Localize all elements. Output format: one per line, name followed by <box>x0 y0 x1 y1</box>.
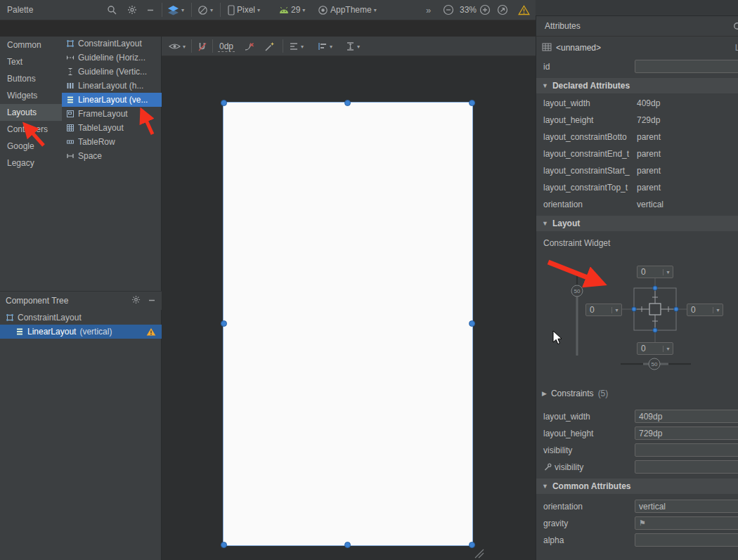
design-surface-selector[interactable]: ▾ <box>167 0 184 20</box>
section-common-attributes[interactable]: ▼ Common Attributes <box>536 478 738 494</box>
attr-value[interactable]: parent <box>637 183 661 193</box>
autoconnect-toggle[interactable] <box>197 37 207 56</box>
component-tree-settings-button[interactable] <box>131 295 141 306</box>
horizontal-bias-badge[interactable]: 50 <box>652 361 658 367</box>
selection-handle-top-center[interactable] <box>344 100 351 106</box>
section-title: Common Attributes <box>552 481 631 491</box>
layout-warnings-button[interactable] <box>518 0 530 20</box>
selection-handle-bottom-left[interactable] <box>221 542 227 548</box>
palette-settings-button[interactable] <box>127 0 137 20</box>
constraints-group[interactable]: ▶ Constraints (5) <box>536 386 738 401</box>
attr-value[interactable]: parent <box>637 132 661 142</box>
alpha-input[interactable] <box>635 533 738 547</box>
attr-value[interactable]: parent <box>637 166 661 176</box>
design-surface[interactable] <box>162 56 536 560</box>
category-buttons[interactable]: Buttons <box>0 70 62 87</box>
palette-hide-button[interactable] <box>146 0 155 20</box>
declared-row[interactable]: layout_height 729dp <box>536 112 738 129</box>
tools-visibility-input[interactable] <box>635 460 738 474</box>
category-containers[interactable]: Containers <box>0 121 62 138</box>
declared-row[interactable]: layout_width 409dp <box>536 95 738 112</box>
vertical-bias-badge[interactable]: 50 <box>574 288 581 294</box>
component-tree-hide-button[interactable] <box>148 296 156 306</box>
margin-value: 0 <box>637 344 663 353</box>
margin-value: 0 <box>687 305 713 315</box>
magic-wand-icon <box>264 41 276 52</box>
zoom-out-button[interactable] <box>443 0 454 20</box>
tablelayout-icon <box>66 124 75 132</box>
section-layout[interactable]: ▼ Layout <box>536 216 738 231</box>
search-icon[interactable] <box>733 22 738 32</box>
category-google[interactable]: Google <box>0 138 62 155</box>
device-artboard[interactable] <box>224 103 472 545</box>
theme-selector[interactable]: AppTheme ▾ <box>318 0 377 20</box>
pack-selector[interactable]: ▾ <box>289 37 304 56</box>
category-legacy[interactable]: Legacy <box>0 155 62 171</box>
attr-value[interactable]: 409dp <box>637 98 660 108</box>
palette-item-tablelayout[interactable]: TableLayout <box>62 121 162 135</box>
palette-item-space[interactable]: Space <box>62 149 162 163</box>
infer-constraints-button[interactable] <box>264 37 276 56</box>
palette-item-linearlayout-horizontal[interactable]: LinearLayout (h... <box>62 79 162 93</box>
attr-value[interactable]: vertical <box>637 200 663 209</box>
palette-item-tablerow[interactable]: TableRow <box>62 135 162 149</box>
declared-row[interactable]: orientation vertical <box>536 196 738 213</box>
zoom-to-fit-button[interactable] <box>497 0 508 20</box>
selection-handle-left-center[interactable] <box>221 320 227 327</box>
component-tree-title: Component Tree <box>6 296 68 306</box>
id-input[interactable] <box>635 60 738 73</box>
selection-handle-right-center[interactable] <box>469 320 475 327</box>
visibility-input[interactable] <box>635 443 738 457</box>
margin-right-dropdown[interactable]: 0 ▾ <box>687 304 723 316</box>
selection-handle-bottom-center[interactable] <box>344 542 351 548</box>
palette-search-button[interactable] <box>107 0 117 20</box>
palette-item-linearlayout-vertical[interactable]: LinearLayout (ve... <box>62 93 162 107</box>
attr-name: layout_constraintTop_t <box>543 183 628 193</box>
zoom-level[interactable]: 33% <box>460 0 477 20</box>
zoom-in-button[interactable] <box>479 0 491 20</box>
category-common[interactable]: Common <box>0 37 62 53</box>
margin-top-dropdown[interactable]: 0 ▾ <box>637 266 673 278</box>
tree-item-linearlayout-vertical[interactable]: LinearLayout (vertical) <box>0 325 162 339</box>
palette-item-label: Space <box>78 151 102 161</box>
margin-bottom-dropdown[interactable]: 0 ▾ <box>637 342 673 355</box>
category-layouts[interactable]: Layouts <box>0 104 62 121</box>
align-selector[interactable]: ▾ <box>318 37 332 56</box>
design-blueprint-icon <box>198 5 208 15</box>
palette-item-guideline-vertical[interactable]: Guideline (Vertic... <box>62 65 162 79</box>
declared-row[interactable]: layout_constraintEnd_t parent <box>536 145 738 162</box>
palette-item-framelayout[interactable]: FrameLayout <box>62 107 162 121</box>
section-declared-attributes[interactable]: ▼ Declared Attributes <box>536 78 738 93</box>
selection-handle-top-right[interactable] <box>469 100 475 106</box>
api-selector[interactable]: 29 ▾ <box>279 0 305 20</box>
clear-constraints-button[interactable] <box>243 37 255 56</box>
category-widgets[interactable]: Widgets <box>0 87 62 104</box>
layout-width-input[interactable]: 409dp <box>635 410 738 423</box>
palette-item-constraintlayout[interactable]: ConstraintLayout <box>62 37 162 51</box>
attr-value[interactable]: 729dp <box>637 115 660 125</box>
toolbar-overflow-button[interactable]: » <box>426 0 431 20</box>
zoom-in-icon <box>479 4 491 15</box>
blueprint-mode-selector[interactable]: ▾ <box>198 0 213 20</box>
canvas-resize-grip[interactable] <box>474 548 485 559</box>
view-options-button[interactable]: ▾ <box>169 37 186 56</box>
default-margin-selector[interactable]: 0dp <box>218 37 235 56</box>
guidelines-selector[interactable]: ▾ <box>346 37 360 56</box>
constraintlayout-icon <box>6 313 14 322</box>
selection-handle-top-left[interactable] <box>221 100 227 106</box>
warning-badge[interactable] <box>146 327 156 336</box>
orientation-input[interactable]: vertical <box>635 500 738 513</box>
gravity-input[interactable]: ⚑ <box>635 516 738 530</box>
section-closed-icon: ▶ <box>542 390 547 397</box>
declared-row[interactable]: layout_constraintTop_t parent <box>536 179 738 196</box>
declared-row[interactable]: layout_constraintStart_ parent <box>536 162 738 179</box>
margin-left-dropdown[interactable]: 0 ▾ <box>585 304 622 316</box>
device-selector[interactable]: Pixel ▾ <box>228 0 260 20</box>
selection-handle-bottom-right[interactable] <box>469 542 475 548</box>
layout-height-input[interactable]: 729dp <box>635 426 738 440</box>
tree-item-constraintlayout[interactable]: ConstraintLayout <box>0 311 162 325</box>
attr-value[interactable]: parent <box>637 149 661 159</box>
palette-item-guideline-horizontal[interactable]: Guideline (Horiz... <box>62 51 162 65</box>
category-text[interactable]: Text <box>0 53 62 70</box>
declared-row[interactable]: layout_constraintBotto parent <box>536 129 738 145</box>
